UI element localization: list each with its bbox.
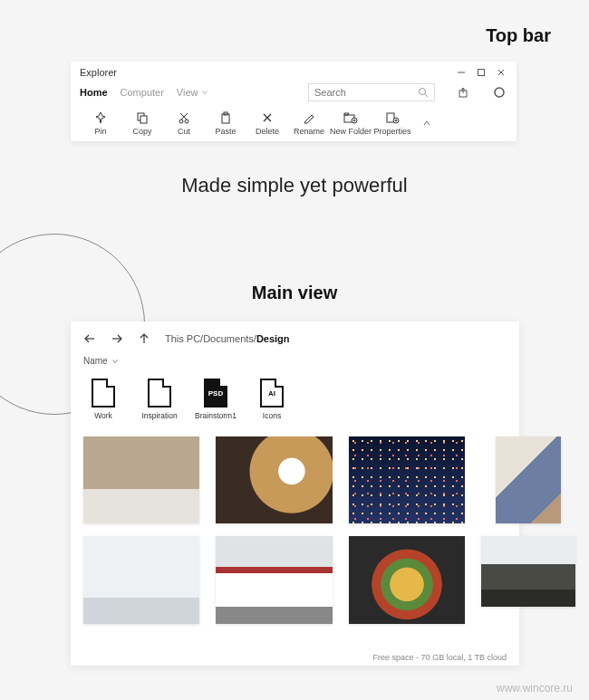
psd-file-icon [204, 379, 227, 408]
folder-label: Icons [263, 411, 281, 420]
explorer-main-view-window: This PC/Documents/Design Name Work Inspi… [71, 321, 519, 666]
image-thumbnail[interactable] [216, 436, 332, 523]
arrow-up-icon [138, 332, 150, 345]
copy-icon [136, 110, 149, 125]
image-thumbnail[interactable] [481, 536, 575, 606]
close-button[interactable] [497, 68, 507, 77]
breadcrumb[interactable]: This PC/Documents/Design [165, 333, 290, 344]
chevron-down-icon [201, 89, 208, 96]
pin-icon [94, 110, 107, 125]
svg-point-24 [393, 118, 399, 123]
sort-dropdown[interactable]: Name [83, 356, 507, 366]
delete-icon [261, 110, 274, 125]
folder-icon [92, 379, 115, 408]
svg-rect-1 [478, 70, 485, 76]
tool-copy-label: Copy [132, 127, 151, 136]
svg-point-12 [185, 120, 188, 123]
image-thumbnail[interactable] [83, 536, 199, 623]
maximize-button[interactable] [477, 68, 488, 77]
svg-line-5 [425, 94, 428, 97]
tool-pin[interactable]: Pin [80, 110, 121, 136]
tool-paste-label: Paste [215, 127, 236, 136]
arrow-right-icon [111, 332, 123, 345]
svg-point-8 [495, 88, 504, 97]
rename-icon [303, 110, 315, 125]
back-button[interactable] [83, 332, 96, 345]
svg-point-11 [179, 120, 183, 123]
search-input[interactable] [314, 87, 405, 98]
tab-view[interactable]: View [177, 87, 208, 98]
forward-button[interactable] [111, 332, 123, 345]
explorer-top-bar-window: Explorer Home Computer View [71, 62, 517, 141]
chevron-up-icon [422, 119, 431, 128]
tool-properties-label: Properties [373, 127, 410, 136]
cut-icon [178, 110, 190, 125]
window-title: Explorer [80, 67, 117, 78]
folder-label: Inspiration [141, 411, 177, 420]
image-thumbnail[interactable] [216, 536, 332, 623]
breadcrumb-path: This PC/Documents/ [165, 333, 256, 344]
folder-icon [148, 379, 171, 408]
breadcrumb-current: Design [256, 333, 290, 344]
navigation-bar: This PC/Documents/Design [83, 332, 507, 345]
tool-cut[interactable]: Cut [163, 110, 205, 136]
image-thumbnail[interactable] [83, 436, 199, 523]
thumbnail-grid [83, 436, 507, 607]
circle-icon [493, 86, 506, 99]
folder-work[interactable]: Work [83, 379, 123, 420]
section-heading-top-bar: Top bar [486, 25, 551, 46]
folder-row: Work Inspiration Brainstorm1 Icons [83, 379, 507, 420]
ai-file-icon [260, 379, 284, 408]
sort-label: Name [83, 356, 108, 366]
window-titlebar: Explorer [71, 67, 517, 82]
arrow-left-icon [83, 332, 96, 345]
status-bar: Free space - 70 GB local, 1 TB cloud [83, 647, 507, 662]
share-button[interactable] [455, 84, 471, 101]
tool-rename[interactable]: Rename [288, 110, 330, 136]
folder-icons[interactable]: Icons [252, 379, 292, 420]
properties-icon [385, 110, 400, 125]
svg-line-14 [180, 113, 187, 120]
folder-brainstorm[interactable]: Brainstorm1 [196, 379, 236, 420]
image-thumbnail[interactable] [349, 536, 465, 623]
share-icon [457, 86, 469, 99]
svg-point-4 [420, 89, 426, 95]
tool-delete-label: Delete [256, 127, 279, 136]
chevron-down-icon [111, 358, 119, 365]
tool-paste[interactable]: Paste [205, 110, 246, 136]
new-folder-icon [343, 110, 358, 125]
tool-new-folder[interactable]: New Folder [330, 110, 372, 136]
minimize-button[interactable] [457, 68, 468, 77]
search-icon [418, 87, 429, 98]
tool-new-folder-label: New Folder [330, 127, 372, 136]
tool-cut-label: Cut [178, 127, 190, 136]
svg-line-13 [181, 113, 188, 120]
tool-delete[interactable]: Delete [246, 110, 288, 136]
tool-rename-label: Rename [294, 127, 324, 136]
ribbon-toolbar: Pin Copy Cut Paste Delete Rename New Fol… [71, 107, 517, 138]
paste-icon [219, 110, 232, 125]
folder-label: Work [94, 411, 112, 420]
section-heading-main-view: Main view [0, 283, 589, 303]
tab-view-label: View [177, 87, 198, 98]
tab-computer[interactable]: Computer [121, 87, 164, 98]
image-thumbnail[interactable] [349, 436, 465, 523]
image-thumbnail[interactable] [496, 436, 561, 523]
cortana-button[interactable] [491, 84, 507, 101]
tool-copy[interactable]: Copy [121, 110, 163, 136]
tool-properties[interactable]: Properties [372, 110, 413, 136]
folder-inspiration[interactable]: Inspiration [140, 379, 179, 420]
tool-pin-label: Pin [94, 127, 106, 136]
folder-label: Brainstorm1 [195, 411, 237, 420]
tab-home[interactable]: Home [80, 87, 108, 98]
watermark: www.wincore.ru [497, 682, 573, 695]
up-button[interactable] [138, 332, 150, 345]
window-menubar: Home Computer View [71, 82, 517, 107]
svg-rect-10 [140, 116, 147, 123]
search-box[interactable] [308, 83, 435, 101]
tagline-text: Made simple yet powerful [0, 174, 589, 197]
ribbon-collapse-button[interactable] [413, 119, 440, 128]
